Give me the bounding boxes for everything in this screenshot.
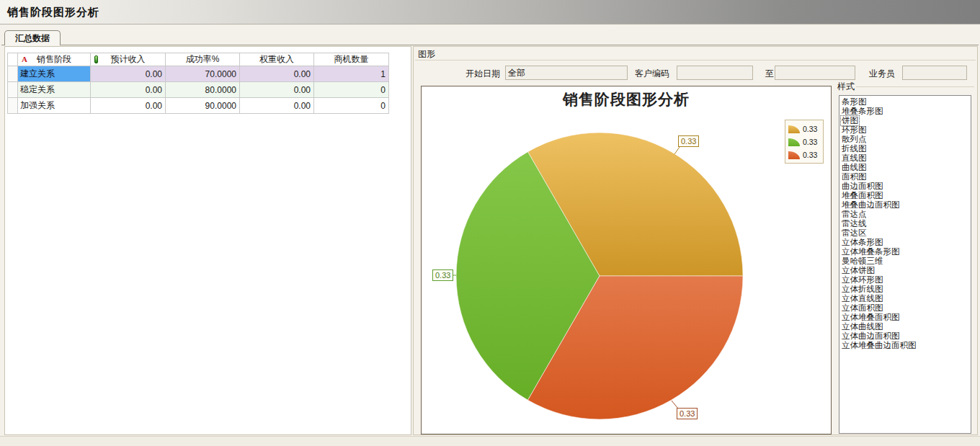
bottom-strip	[0, 436, 980, 446]
cell-opportunity-count[interactable]: 0	[314, 98, 389, 114]
cell-stage[interactable]: 建立关系	[18, 66, 91, 82]
style-list-item-label: 立体曲边面积图	[841, 331, 901, 341]
customer-code-input[interactable]	[677, 66, 753, 80]
style-list-item-label: 环形图	[841, 125, 868, 135]
style-list-item[interactable]: 曲线图	[841, 163, 971, 172]
cell-opportunity-count[interactable]: 1	[314, 66, 389, 82]
cell-opportunity-count[interactable]: 0	[314, 82, 389, 98]
style-list-item-label: 立体曲线图	[841, 322, 884, 331]
to-label: 至	[765, 68, 774, 80]
style-list-item[interactable]: 堆叠面积图	[841, 191, 971, 200]
style-list-item[interactable]: 立体曲线图	[841, 322, 971, 331]
style-list-item[interactable]: 立体堆叠面积图	[841, 313, 971, 322]
style-list-item[interactable]: 面积图	[841, 172, 971, 182]
cell-expected-income[interactable]: 0.00	[91, 82, 166, 98]
style-list-item[interactable]: 折线图	[841, 144, 971, 153]
graph-panel: 图形 开始日期 客户编码 至 业务员 销售阶段图形分析	[413, 46, 978, 435]
cell-weighted-income[interactable]: 0.00	[240, 98, 314, 114]
column-header-label: 销售阶段	[37, 54, 71, 64]
customer-code-label: 客户编码	[635, 68, 669, 80]
style-list-item[interactable]: 直线图	[841, 153, 971, 163]
cell-success-rate[interactable]: 80.0000	[166, 82, 240, 98]
style-list-item-label: 折线图	[841, 144, 868, 153]
style-list-item[interactable]: 堆叠条形图	[841, 107, 971, 116]
style-list-item-label: 面积图	[841, 172, 868, 182]
column-header-opportunity-count[interactable]: 商机数量	[314, 53, 389, 66]
style-list-item[interactable]: 立体直线图	[841, 294, 971, 303]
style-list-item-label: 立体环形图	[841, 275, 884, 285]
style-list-item[interactable]: 雷达点	[841, 210, 971, 219]
column-header-label: 成功率%	[186, 54, 220, 64]
style-list-item[interactable]: 立体条形图	[841, 238, 971, 247]
customer-code-to-input[interactable]	[775, 66, 855, 80]
page-body: 汇总数据 A 销售阶段	[0, 24, 980, 446]
style-list-item[interactable]: 立体堆叠曲边面积图	[841, 341, 971, 350]
column-header-label: 权重收入	[259, 54, 294, 64]
chart-style-listbox[interactable]: 条形图堆叠条形图饼图环形图散列点折线图直线图曲线图面积图曲边面积图堆叠面积图堆叠…	[839, 95, 971, 434]
legend-entry-label: 0.33	[803, 125, 817, 133]
style-list-item[interactable]: 条形图	[841, 97, 971, 107]
style-list-item[interactable]: 曼哈顿三维	[841, 257, 971, 266]
style-list-item[interactable]: 立体环形图	[841, 275, 971, 285]
style-list-item-label: 条形图	[841, 97, 868, 107]
window-titlebar: 销售阶段图形分析	[0, 0, 980, 24]
legend-entry: 0.33	[788, 135, 821, 148]
style-list-item-label: 散列点	[841, 135, 868, 144]
cell-weighted-income[interactable]: 0.00	[240, 66, 314, 82]
window-title: 销售阶段图形分析	[7, 6, 99, 19]
style-list-item-label: 立体堆叠面积图	[841, 313, 901, 322]
green-bar-icon	[94, 55, 98, 63]
style-group-line	[856, 86, 974, 87]
style-list-item[interactable]: 环形图	[841, 125, 971, 135]
cell-stage[interactable]: 加强关系	[18, 98, 91, 114]
main-content: A 销售阶段 预计收入 成功率% 权重收入	[1, 45, 979, 436]
column-header-label: 商机数量	[334, 54, 369, 64]
graph-group-line	[415, 60, 976, 61]
style-list-item[interactable]: 立体堆叠条形图	[841, 247, 971, 257]
pie-label-left: 0.33	[432, 269, 453, 281]
red-a-icon: A	[22, 55, 27, 63]
style-list-item[interactable]: 立体面积图	[841, 303, 971, 313]
style-list-item[interactable]: 立体曲边面积图	[841, 331, 971, 341]
style-list-item[interactable]: 雷达线	[841, 219, 971, 228]
style-list-item-label: 堆叠曲边面积图	[841, 200, 901, 210]
style-list-item[interactable]: 曲边面积图	[841, 182, 971, 191]
column-header-weighted-income[interactable]: 权重收入	[240, 53, 314, 66]
column-header-expected-income[interactable]: 预计收入	[91, 53, 166, 66]
cell-success-rate[interactable]: 70.0000	[166, 66, 240, 82]
cell-expected-income[interactable]: 0.00	[91, 66, 166, 82]
style-list-item-label: 雷达区	[841, 228, 868, 238]
style-list-item-label: 立体折线图	[841, 285, 884, 294]
salesman-input[interactable]	[902, 66, 967, 80]
style-list-item[interactable]: 立体饼图	[841, 266, 971, 275]
column-header-label: 预计收入	[111, 54, 146, 64]
row-indicator-header	[8, 53, 18, 66]
grid-body: 建立关系0.0070.00000.001稳定关系0.0080.00000.000…	[8, 66, 389, 114]
cell-weighted-income[interactable]: 0.00	[240, 82, 314, 98]
start-date-input[interactable]	[505, 66, 628, 80]
graph-group-label: 图形	[418, 48, 435, 61]
style-list-item[interactable]: 堆叠曲边面积图	[841, 200, 971, 210]
row-indicator	[8, 82, 18, 98]
cell-success-rate[interactable]: 90.0000	[166, 98, 240, 114]
cell-expected-income[interactable]: 0.00	[91, 98, 166, 114]
style-list-item-label: 立体饼图	[841, 266, 876, 275]
legend-entry-label: 0.33	[803, 151, 817, 159]
start-date-label: 开始日期	[466, 68, 500, 80]
cell-stage[interactable]: 稳定关系	[18, 82, 91, 98]
legend-entry-label: 0.33	[803, 138, 817, 146]
style-list-item[interactable]: 雷达区	[841, 228, 971, 238]
style-list-item-label: 立体堆叠曲边面积图	[841, 341, 917, 350]
style-list-item[interactable]: 散列点	[841, 135, 971, 144]
summary-grid-panel: A 销售阶段 预计收入 成功率% 权重收入	[4, 46, 411, 435]
salesman-label: 业务员	[869, 68, 895, 80]
pie-chart	[422, 86, 831, 434]
pie-label-bottom: 0.33	[677, 408, 698, 419]
column-header-stage[interactable]: A 销售阶段	[18, 53, 91, 66]
style-list-item[interactable]: 立体折线图	[841, 285, 971, 294]
legend-swatch-icon	[788, 125, 800, 133]
table-row: 稳定关系0.0080.00000.000	[8, 82, 389, 98]
style-list-item[interactable]: 饼图	[841, 116, 971, 125]
column-header-success-rate[interactable]: 成功率%	[166, 53, 240, 66]
tab-summary-data[interactable]: 汇总数据	[4, 30, 61, 45]
